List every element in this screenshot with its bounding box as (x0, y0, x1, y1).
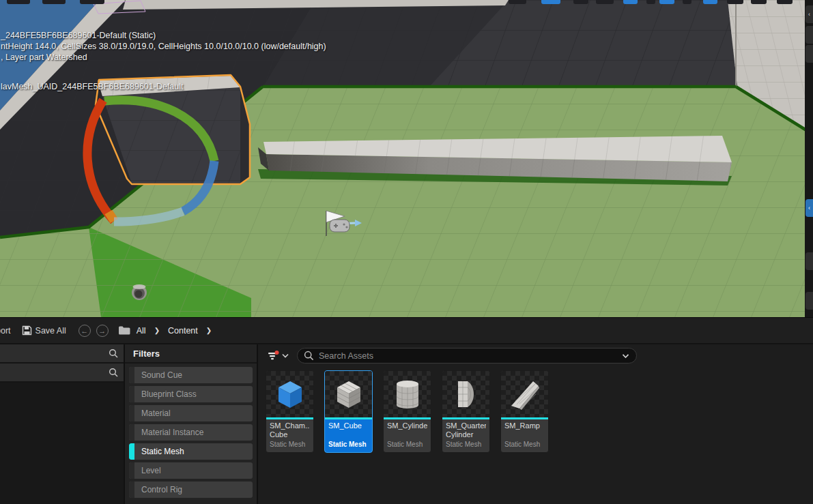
collapsed-panel-tab[interactable] (805, 45, 813, 63)
filter-control-rig[interactable]: Control Rig (129, 481, 253, 498)
pot-mesh (132, 284, 147, 300)
asset-tile-sm-chamfercube[interactable]: SM_Cham... Cube Static Mesh (266, 370, 314, 453)
collapsed-panel-tab[interactable]: ‹ (805, 5, 813, 23)
back-button[interactable]: ← (79, 325, 91, 337)
chevron-right-icon: ❯ (154, 327, 160, 334)
asset-tile-sm-cylinder[interactable]: SM_Cylinder Static Mesh (383, 370, 431, 453)
collapsed-panel-tab[interactable] (805, 252, 813, 270)
chevron-right-icon: ❯ (206, 327, 212, 334)
chevron-down-icon[interactable] (282, 353, 289, 358)
chevron-down-icon[interactable] (622, 353, 629, 359)
content-browser-toolbar: port Save All ← → All ❯ Content ❯ (0, 317, 813, 344)
forward-button[interactable]: → (96, 325, 109, 337)
save-icon (22, 325, 32, 336)
collapsed-panel-tab[interactable] (805, 292, 813, 310)
unreal-editor-window: _244BFE5BF6BE689601-Default (Static) ntH… (0, 0, 813, 504)
asset-view: SM_Cham... Cube Static Mesh (258, 344, 813, 504)
filter-toggle-notch[interactable] (129, 424, 134, 441)
asset-tile-sm-cube[interactable]: SM_Cube Static Mesh (324, 370, 373, 453)
asset-thumbnail-gray-cube (325, 371, 372, 417)
sources-panel (0, 344, 124, 504)
filter-toggle-notch[interactable] (129, 462, 134, 479)
collapsed-panel-tab[interactable] (805, 26, 813, 44)
import-button[interactable]: port (0, 326, 11, 336)
asset-search-input[interactable] (319, 351, 622, 361)
folder-search-row[interactable] (0, 364, 124, 383)
gizmo-orange-tip (109, 212, 114, 221)
save-all-button[interactable]: Save All (22, 325, 66, 336)
filter-toggle-notch[interactable] (129, 443, 134, 460)
save-all-label: Save All (35, 326, 66, 336)
search-icon (304, 351, 314, 361)
asset-thumbnail-quarter-cylinder (442, 371, 489, 417)
filter-icon[interactable] (268, 351, 279, 361)
folder-icon (118, 325, 131, 336)
filter-blueprint-class[interactable]: Blueprint Class (129, 386, 253, 402)
level-viewport[interactable]: _244BFE5BF6BE689601-Default (Static) ntH… (0, 0, 813, 317)
asset-tile-sm-ramp[interactable]: SM_Ramp Static Mesh (500, 370, 549, 453)
folder-tree[interactable] (0, 383, 124, 504)
asset-grid: SM_Cham... Cube Static Mesh (266, 370, 813, 453)
navmesh-debug-text: _244BFE5BF6BE689601-Default (Static) ntH… (1, 30, 326, 63)
long-wall-mesh (258, 136, 732, 186)
content-browser: ping Filters Sound Cue Blueprint Class M… (0, 344, 813, 504)
asset-tile-sm-quartercylinder[interactable]: SM_Quarter... Cylinder Static Mesh (442, 370, 490, 453)
path-search-row[interactable] (0, 344, 124, 364)
filter-sound-cue[interactable]: Sound Cue (129, 367, 253, 383)
filters-list: Sound Cue Blueprint Class Material Mater… (125, 364, 257, 504)
filter-toggle-notch[interactable] (129, 405, 134, 421)
selected-actor-label: lavMesh_UAID_244BFE5BF6BE689601-Default (1, 81, 184, 92)
asset-view-toolbar (258, 344, 813, 367)
filter-level[interactable]: Level (129, 462, 253, 479)
breadcrumb-root[interactable]: All (137, 326, 146, 336)
breadcrumb-current[interactable]: Content (168, 326, 198, 336)
filter-static-mesh[interactable]: Static Mesh (129, 443, 253, 460)
right-panel-tab-strip: ‹ ‹ (805, 0, 813, 317)
filters-panel: Filters Sound Cue Blueprint Class Materi… (125, 344, 257, 504)
filter-material[interactable]: Material (129, 405, 253, 421)
asset-search-bar[interactable] (297, 348, 637, 364)
asset-thumbnail-cylinder (384, 371, 431, 417)
asset-thumbnail-ramp (501, 371, 548, 417)
filter-toggle-notch[interactable] (129, 386, 134, 402)
collapsed-panel-tab-active[interactable]: ‹ (805, 199, 813, 217)
search-icon (109, 349, 118, 358)
filter-material-instance[interactable]: Material Instance (129, 424, 253, 441)
filter-toggle-notch[interactable] (129, 481, 134, 498)
search-icon (109, 368, 118, 377)
filters-header: Filters (125, 344, 257, 364)
asset-thumbnail-blue-chamfer-cube (266, 371, 313, 417)
